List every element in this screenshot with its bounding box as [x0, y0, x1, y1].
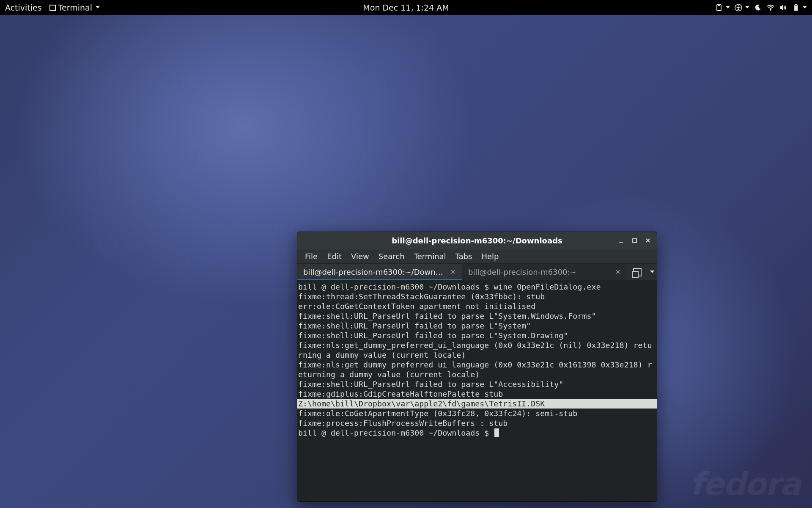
close-button[interactable]: [642, 235, 654, 246]
svg-rect-9: [633, 239, 636, 243]
minimize-button[interactable]: [614, 235, 627, 246]
battery-icon: [792, 3, 800, 12]
menu-view[interactable]: View: [347, 250, 373, 262]
terminal-line: fixme:shell:URL_ParseUrl failed to parse…: [297, 379, 657, 389]
menu-edit[interactable]: Edit: [323, 250, 346, 262]
svg-rect-8: [619, 242, 623, 243]
terminal-window: bill@dell-precision-m6300:~/Downloads Fi…: [297, 232, 657, 502]
maximize-button[interactable]: [628, 235, 641, 246]
tab-label: bill@dell-precision-m6300:~/Down…: [303, 268, 445, 276]
chevron-down-icon: [803, 6, 807, 8]
terminal-line: fixme:gdiplus:GdipCreateHalftonePalette …: [297, 389, 657, 399]
network-icon[interactable]: [766, 3, 775, 12]
tab-0[interactable]: bill@dell-precision-m6300:~/Down… ✕: [297, 264, 462, 280]
activities-button[interactable]: Activities: [5, 3, 42, 12]
svg-point-3: [738, 5, 739, 6]
tab-label: bill@dell-precision-m6300:~: [468, 268, 610, 276]
terminal-line: fixme:shell:URL_ParseUrl failed to parse…: [297, 311, 657, 321]
app-menu-label: Terminal: [58, 3, 92, 12]
new-tab-icon[interactable]: [633, 268, 642, 276]
fedora-watermark: fedora: [690, 466, 800, 502]
menu-terminal[interactable]: Terminal: [410, 250, 450, 262]
terminal-output[interactable]: bill @ dell-precision-m6300 ~/Downloads …: [297, 280, 657, 501]
menu-file[interactable]: File: [301, 250, 322, 262]
chevron-down-icon: [745, 6, 749, 8]
volume-icon[interactable]: [779, 3, 787, 12]
terminal-icon: [49, 5, 56, 11]
terminal-line: err:ole:CoGetContextToken apartment not …: [297, 301, 657, 311]
svg-rect-7: [795, 6, 797, 10]
terminal-line: fixme:ole:CoGetApartmentType (0x33fc28, …: [297, 409, 657, 418]
clock[interactable]: Mon Dec 11, 1:24 AM: [363, 3, 449, 12]
svg-rect-6: [796, 4, 797, 5]
menu-search[interactable]: Search: [374, 250, 409, 262]
chevron-down-icon: [96, 6, 100, 8]
chevron-down-icon: [726, 6, 730, 8]
terminal-cursor: [494, 428, 499, 437]
clipboard-icon: [715, 3, 723, 12]
clipboard-indicator[interactable]: [715, 3, 730, 12]
terminal-line: fixme:process:FlushProcessWriteBuffers :…: [297, 418, 657, 428]
terminal-line: fixme:shell:URL_ParseUrl failed to parse…: [297, 321, 657, 331]
tabbar: bill@dell-precision-m6300:~/Down… ✕ bill…: [297, 263, 657, 280]
terminal-line: Z:\home\bill\Dropbox\var\apple2\fd\games…: [297, 399, 657, 409]
tab-close-icon[interactable]: ✕: [449, 268, 458, 276]
window-title: bill@dell-precision-m6300:~/Downloads: [392, 236, 562, 245]
battery-indicator[interactable]: [792, 3, 807, 12]
accessibility-indicator[interactable]: [734, 3, 749, 12]
accessibility-icon: [734, 3, 743, 12]
window-titlebar[interactable]: bill@dell-precision-m6300:~/Downloads: [297, 232, 657, 249]
menu-help[interactable]: Help: [477, 250, 503, 262]
terminal-line: bill @ dell-precision-m6300 ~/Downloads …: [297, 428, 657, 438]
menubar: File Edit View Search Terminal Tabs Help: [297, 249, 657, 263]
svg-point-4: [770, 9, 771, 10]
terminal-line: bill @ dell-precision-m6300 ~/Downloads …: [297, 282, 657, 292]
app-menu[interactable]: Terminal: [49, 3, 100, 12]
night-light-icon[interactable]: [754, 3, 762, 12]
terminal-line: fixme:thread:SetThreadStackGuarantee (0x…: [297, 292, 657, 301]
chevron-down-icon[interactable]: [650, 271, 654, 273]
gnome-top-panel: Activities Terminal Mon Dec 11, 1:24 AM: [0, 0, 812, 15]
menu-tabs[interactable]: Tabs: [451, 250, 477, 262]
tab-1[interactable]: bill@dell-precision-m6300:~ ✕: [462, 264, 627, 280]
terminal-line: fixme:nls:get_dummy_preferred_ui_languag…: [297, 340, 657, 360]
tab-close-icon[interactable]: ✕: [614, 268, 623, 276]
terminal-line: fixme:nls:get_dummy_preferred_ui_languag…: [297, 360, 657, 379]
terminal-line: fixme:shell:URL_ParseUrl failed to parse…: [297, 331, 657, 340]
